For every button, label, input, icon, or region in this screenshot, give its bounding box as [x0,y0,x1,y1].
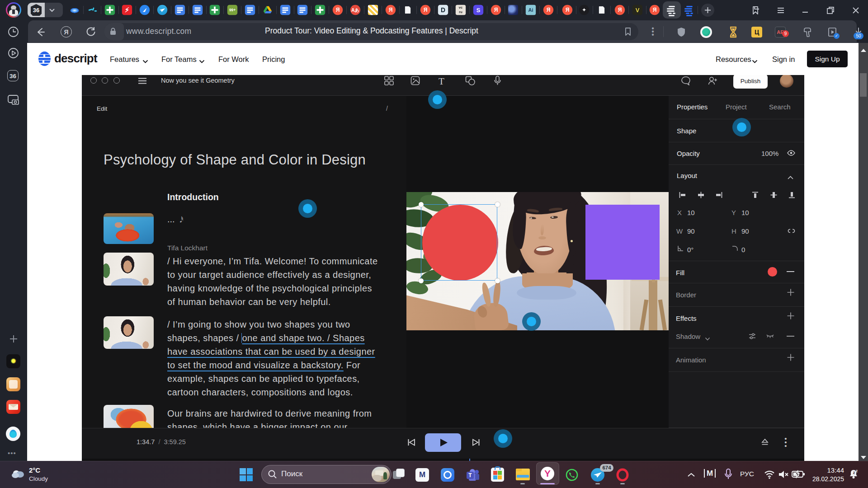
svg-text:z: z [856,469,858,473]
svg-text:z: z [853,470,855,475]
